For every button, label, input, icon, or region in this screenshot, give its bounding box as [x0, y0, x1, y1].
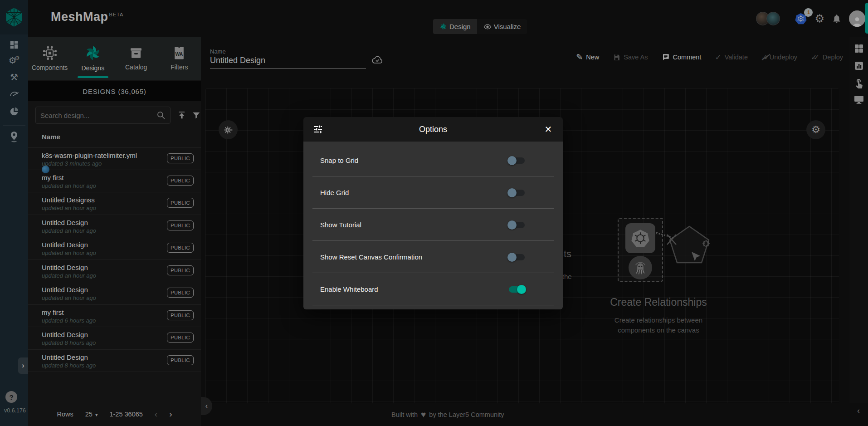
- close-icon: ✕: [545, 124, 552, 134]
- dialog-body: Snap to Grid Hide Grid Show Tutorial Sho…: [303, 142, 563, 309]
- enable-whiteboard-toggle[interactable]: [507, 284, 526, 294]
- option-row: Hide Grid: [303, 176, 563, 209]
- option-row: Enable Whiteboard: [303, 273, 563, 305]
- dialog-title: Options: [323, 125, 543, 134]
- tune-sliders-icon: [312, 124, 323, 135]
- option-row: Show Reset Canvas Confirmation: [303, 241, 563, 273]
- snap-to-grid-toggle[interactable]: [507, 156, 526, 166]
- options-dialog: Options ✕ Snap to Grid Hide Grid Show Tu…: [303, 117, 563, 309]
- show-tutorial-toggle[interactable]: [507, 220, 526, 230]
- option-row: Show Tutorial: [303, 209, 563, 241]
- show-reset-canvas-confirmation-toggle[interactable]: [507, 252, 526, 262]
- close-dialog-button[interactable]: ✕: [543, 124, 554, 135]
- hide-grid-toggle[interactable]: [507, 188, 526, 198]
- option-row: Snap to Grid: [303, 144, 563, 176]
- dialog-header: Options ✕: [303, 117, 563, 142]
